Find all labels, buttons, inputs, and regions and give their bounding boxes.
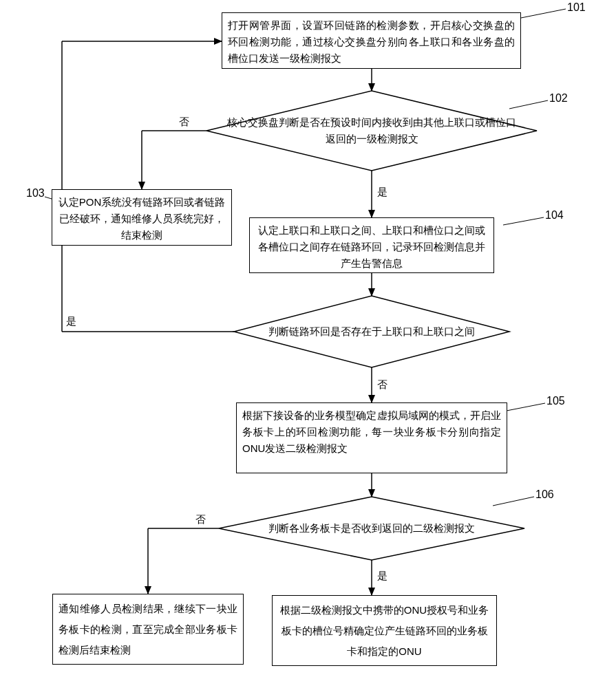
process-108: 根据二级检测报文中携带的ONU授权号和业务板卡的槽位号精确定位产生链路环回的业务… (272, 595, 497, 666)
process-103-text: 认定PON系统没有链路环回或者链路已经破环，通知维修人员系统完好，结束检测 (59, 196, 226, 241)
label-no-106: 否 (195, 513, 206, 526)
svg-line-19 (503, 217, 544, 225)
label-yes-106: 是 (377, 570, 387, 583)
ref-105: 105 (546, 395, 565, 407)
process-108-text: 根据二级检测报文中携带的ONU授权号和业务板卡的槽位号精确定位产生链路环回的业务… (280, 604, 489, 657)
decision-102: 核心交换盘判断是否在预设时间内接收到由其他上联口或槽位口返回的一级检测报文 (206, 91, 537, 171)
process-107-text: 通知维修人员检测结果，继续下一块业务板卡的检测，直至完成全部业务板卡检测后结束检… (59, 603, 237, 656)
ref-104: 104 (545, 209, 564, 222)
decision-d2-text: 判断链路环回是否存在于上联口和上联口之间 (248, 323, 496, 340)
ref-103: 103 (26, 187, 45, 200)
process-103: 认定PON系统没有链路环回或者链路已经破环，通知维修人员系统完好，结束检测 (52, 189, 232, 246)
label-yes-d2: 是 (66, 315, 76, 328)
label-no-d2: 否 (377, 378, 387, 391)
process-101: 打开网管界面，设置环回链路的检测参数，开启核心交换盘的环回检测功能，通过核心交换… (222, 12, 521, 69)
label-yes-102: 是 (377, 186, 387, 199)
ref-102: 102 (549, 92, 568, 105)
ref-101: 101 (567, 1, 586, 14)
process-104: 认定上联口和上联口之间、上联口和槽位口之间或各槽位口之间存在链路环回，记录环回检… (249, 217, 494, 273)
process-107: 通知维修人员检测结果，继续下一块业务板卡的检测，直至完成全部业务板卡检测后结束检… (52, 594, 244, 665)
decision-d2: 判断链路环回是否存在于上联口和上联口之间 (234, 296, 509, 367)
process-104-text: 认定上联口和上联口之间、上联口和槽位口之间或各槽位口之间存在链路环回，记录环回检… (258, 224, 485, 269)
decision-106-text: 判断各业务板卡是否收到返回的二级检测报文 (248, 520, 496, 537)
process-101-text: 打开网管界面，设置环回链路的检测参数，开启核心交换盘的环回检测功能，通过核心交换… (228, 19, 515, 64)
process-105: 根据下接设备的业务模型确定虚拟局域网的模式，开启业务板卡上的环回检测功能，每一块… (236, 402, 507, 473)
svg-line-20 (507, 403, 545, 411)
ref-106: 106 (535, 488, 554, 501)
process-105-text: 根据下接设备的业务模型确定虚拟局域网的模式，开启业务板卡上的环回检测功能，每一块… (242, 409, 501, 454)
label-no-102: 否 (179, 116, 189, 129)
svg-line-16 (521, 9, 566, 18)
decision-106: 判断各业务板卡是否收到返回的二级检测报文 (219, 497, 524, 560)
decision-102-text: 核心交换盘判断是否在预设时间内接收到由其他上联口或槽位口返回的一级检测报文 (206, 114, 537, 147)
